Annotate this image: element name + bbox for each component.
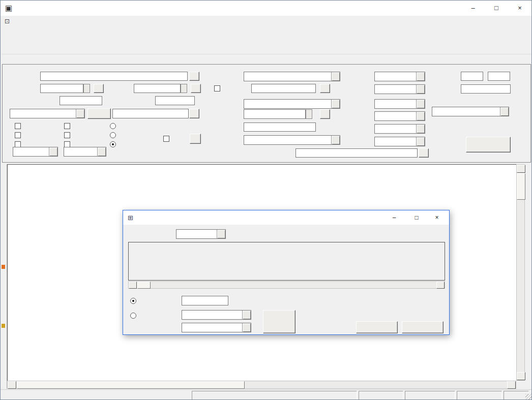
cas-checkbox[interactable] bbox=[15, 132, 21, 138]
scroll-up-icon[interactable] bbox=[517, 165, 525, 173]
run-browse-button[interactable] bbox=[190, 134, 201, 144]
scroll-left-icon[interactable] bbox=[129, 282, 137, 289]
dropdown-arrow-icon bbox=[242, 323, 251, 332]
scroll-right-icon[interactable] bbox=[436, 282, 445, 289]
dialog-scroll-thumb[interactable] bbox=[137, 282, 151, 289]
dropdown-arrow-icon[interactable] bbox=[217, 230, 225, 238]
display-button[interactable] bbox=[466, 137, 511, 152]
unsch-checkbox[interactable] bbox=[64, 132, 70, 138]
para-service-select[interactable] bbox=[374, 84, 425, 94]
geo-radio[interactable] bbox=[110, 123, 116, 129]
from-date-input[interactable] bbox=[40, 84, 83, 93]
run-type-select[interactable] bbox=[374, 111, 425, 121]
dropdown-arrow-icon[interactable] bbox=[76, 109, 84, 118]
dropdown-arrow-icon[interactable] bbox=[416, 112, 425, 120]
check-date-input[interactable] bbox=[182, 296, 228, 305]
dialog-maximize-button[interactable]: □ bbox=[406, 210, 427, 225]
funding-src-select[interactable] bbox=[244, 135, 340, 145]
pudo-button[interactable] bbox=[87, 108, 111, 119]
save-button[interactable] bbox=[402, 321, 444, 333]
dropdown-arrow-icon[interactable] bbox=[416, 125, 425, 133]
distance-to-input[interactable] bbox=[488, 72, 510, 81]
distance-from-input[interactable] bbox=[461, 72, 483, 81]
to-date-browse-button[interactable] bbox=[191, 84, 201, 93]
ungeo-radio[interactable] bbox=[110, 132, 116, 138]
grid-horizontal-scrollbar[interactable] bbox=[7, 381, 516, 389]
dock-marker-icon bbox=[2, 324, 5, 328]
window-menu-icon[interactable]: ⊡ bbox=[5, 18, 10, 25]
dialog-title-bar: ⊞ – □ × bbox=[123, 210, 449, 225]
dropdown-arrow-icon[interactable] bbox=[331, 72, 340, 81]
location-input[interactable] bbox=[112, 109, 189, 118]
provider-select[interactable] bbox=[244, 72, 340, 81]
app-icon: ▣ bbox=[5, 4, 12, 13]
to-date-input[interactable] bbox=[134, 84, 181, 93]
dropdown-arrow-icon[interactable] bbox=[500, 107, 509, 116]
sub-types-input[interactable] bbox=[244, 109, 306, 119]
check-daily-radio[interactable] bbox=[130, 313, 136, 319]
dropdown-arrow-icon[interactable] bbox=[49, 147, 57, 156]
schedule-checkbox[interactable] bbox=[214, 85, 220, 91]
schedule-browse-button[interactable] bbox=[320, 84, 330, 93]
maximize-button[interactable]: □ bbox=[485, 1, 508, 15]
vertical-scroll-thumb[interactable] bbox=[517, 173, 525, 200]
sub-type-select[interactable] bbox=[13, 147, 58, 157]
toolbar-secondary bbox=[2, 40, 531, 54]
minimize-button[interactable]: – bbox=[461, 1, 485, 15]
check-button[interactable] bbox=[263, 310, 295, 333]
pass-space-browse-button[interactable] bbox=[419, 148, 429, 158]
dropdown-arrow-icon[interactable] bbox=[97, 147, 106, 156]
mobility-aids-select[interactable] bbox=[374, 137, 425, 146]
to-date-spinner[interactable] bbox=[181, 84, 187, 93]
scroll-left-icon[interactable] bbox=[8, 381, 16, 389]
scroll-right-icon[interactable] bbox=[507, 381, 516, 389]
from-date-spinner[interactable] bbox=[83, 84, 90, 93]
date-intervals-dialog: ⊞ – □ × bbox=[123, 210, 450, 335]
purpose-select[interactable] bbox=[374, 99, 425, 109]
dropdown-arrow-icon[interactable] bbox=[331, 136, 340, 144]
dropdown-arrow-icon[interactable] bbox=[331, 100, 340, 108]
location-type-select[interactable] bbox=[10, 109, 85, 118]
act-checkbox[interactable] bbox=[15, 123, 21, 129]
both-radio[interactable] bbox=[110, 141, 116, 147]
client-browse-button[interactable] bbox=[189, 72, 199, 81]
application-window: ▣ – □ × ⊡ bbox=[0, 0, 532, 400]
template-select bbox=[182, 310, 251, 320]
dialog-horizontal-scrollbar[interactable] bbox=[128, 281, 445, 289]
match-criteria-select[interactable] bbox=[176, 229, 226, 239]
order-no-input[interactable] bbox=[461, 84, 511, 94]
resize-grip[interactable] bbox=[525, 394, 532, 400]
vehicle-exclusion-select[interactable] bbox=[432, 107, 509, 116]
pass-space-input[interactable] bbox=[295, 148, 418, 158]
group-input[interactable] bbox=[244, 122, 316, 132]
dock-marker-icon bbox=[2, 265, 5, 269]
sch-checkbox[interactable] bbox=[64, 123, 70, 129]
booking-agent-select[interactable] bbox=[374, 72, 425, 81]
sched-types-select[interactable] bbox=[244, 99, 340, 109]
dropdown-arrow-icon[interactable] bbox=[416, 72, 425, 81]
close-button[interactable]: × bbox=[508, 1, 531, 15]
to-time-input[interactable] bbox=[155, 96, 195, 105]
client-input[interactable] bbox=[40, 72, 188, 81]
grid-vertical-scrollbar[interactable] bbox=[516, 164, 525, 381]
sub-types-spinner[interactable] bbox=[306, 109, 312, 119]
cancel-button[interactable] bbox=[356, 321, 398, 333]
dialog-minimize-button[interactable]: – bbox=[384, 210, 404, 225]
can-type-select[interactable] bbox=[64, 147, 106, 157]
sub-types-browse-button[interactable] bbox=[320, 109, 330, 119]
from-time-input[interactable] bbox=[60, 96, 102, 105]
dropdown-arrow-icon bbox=[242, 311, 251, 319]
dialog-close-button[interactable]: × bbox=[427, 210, 447, 225]
dropdown-arrow-icon[interactable] bbox=[416, 137, 425, 146]
check-date-radio[interactable] bbox=[130, 298, 136, 304]
schedule-input[interactable] bbox=[251, 84, 316, 93]
location-browse-button[interactable] bbox=[189, 109, 199, 118]
scroll-down-icon[interactable] bbox=[517, 372, 525, 380]
from-date-browse-button[interactable] bbox=[94, 84, 104, 93]
dropdown-arrow-icon[interactable] bbox=[416, 100, 425, 108]
status-bar bbox=[1, 389, 532, 400]
dropdown-arrow-icon[interactable] bbox=[416, 85, 425, 94]
sent-status-select[interactable] bbox=[374, 124, 425, 134]
run-checkbox[interactable] bbox=[163, 136, 169, 142]
horizontal-scroll-thumb[interactable] bbox=[17, 381, 245, 389]
